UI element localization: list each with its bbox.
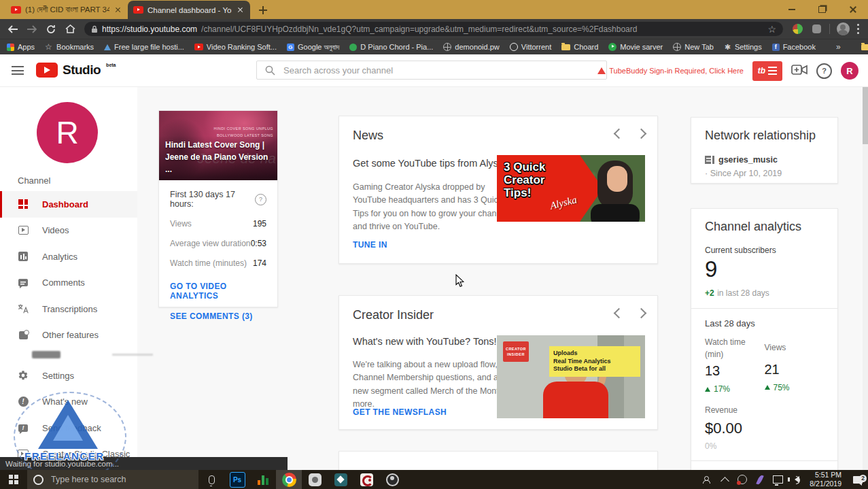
sidebar-item-settings[interactable]: Settings <box>0 362 137 389</box>
bookmark-file-hosting[interactable]: Free large file hosti... <box>104 43 184 51</box>
taskbar-clock[interactable]: 5:51 PM 8/21/2019 <box>805 471 846 488</box>
browser-tab-2-active[interactable]: Channel dashboard - YouTube St <box>128 1 250 19</box>
help-icon[interactable]: ? <box>816 63 832 79</box>
microphone-icon[interactable] <box>198 470 224 489</box>
prev-arrow-icon[interactable] <box>614 308 625 319</box>
bookmark-google-translate[interactable]: GGoogle অনুবাদ <box>287 43 339 52</box>
sidebar-item-label: Send feedback <box>42 423 101 433</box>
url-bar[interactable]: https://studio.youtube.com /channel/UCF8… <box>84 22 783 36</box>
create-video-icon[interactable] <box>791 65 808 78</box>
news-thumbnail[interactable]: 3 Quick Creator Tips! Alyska <box>497 155 645 222</box>
extension-icon[interactable] <box>808 21 825 37</box>
get-the-newsflash-link[interactable]: GET THE NEWSFLASH <box>353 407 447 417</box>
taskbar-search[interactable] <box>27 470 198 489</box>
tray-feather-icon[interactable] <box>752 475 768 485</box>
chrome-menu-icon[interactable] <box>857 24 860 35</box>
channel-search-box[interactable] <box>256 61 607 80</box>
idm-extension-icon[interactable] <box>788 21 806 37</box>
cubase-app-icon[interactable] <box>353 470 379 489</box>
scrollbar-thumb[interactable] <box>863 87 868 144</box>
tab-title: (1) দেশী CID বাংলা PART 34 | The <box>25 5 109 14</box>
views-label: Views <box>765 337 824 354</box>
sidebar-item-label: Transcriptions <box>42 304 97 314</box>
bookmark-bookmarks[interactable]: ☆Bookmarks <box>45 43 94 52</box>
sidebar-item-label: What's new <box>42 397 88 407</box>
bookmark-facebook[interactable]: fFacebook <box>772 43 816 51</box>
bookmark-vittorrent[interactable]: Vittorrent <box>510 43 551 51</box>
sidebar-item-videos[interactable]: Videos <box>0 218 137 244</box>
next-arrow-icon[interactable] <box>636 308 647 319</box>
tubebuddy-menu-icon <box>768 67 777 75</box>
bookmark-choard[interactable]: Choard <box>561 43 598 51</box>
minimize-button[interactable] <box>776 0 807 19</box>
prev-arrow-icon[interactable] <box>614 129 625 139</box>
people-icon[interactable] <box>699 476 715 483</box>
tubebuddy-warning[interactable]: TubeBuddy Sign-in Required, Click Here <box>597 67 744 75</box>
insider-thumbnail[interactable]: CREATORINSIDER Uploads Real Time Analyti… <box>497 335 645 418</box>
sidebar-item-whats-new[interactable]: ! What's new <box>0 389 137 416</box>
video-stats: First 130 days 17 hours: ? Views195 Aver… <box>159 180 277 268</box>
avatar-letter: R <box>56 114 78 151</box>
chrome-app-icon[interactable] <box>276 470 302 489</box>
action-center-icon[interactable]: 2 <box>848 476 868 484</box>
obs-app-icon[interactable] <box>379 470 405 489</box>
bookmarks-bar: Apps ☆Bookmarks Free large file hosti...… <box>0 39 868 54</box>
channel-avatar[interactable]: R <box>37 102 98 163</box>
bookmark-settings[interactable]: ✱Settings <box>724 43 762 51</box>
next-arrow-icon[interactable] <box>636 129 647 139</box>
see-comments-link[interactable]: SEE COMMENTS (3) <box>170 311 266 321</box>
network-icon[interactable] <box>769 475 786 484</box>
browser-tab-1[interactable]: (1) দেশী CID বাংলা PART 34 | The <box>5 1 128 19</box>
tab-title: Channel dashboard - YouTube St <box>147 6 232 14</box>
search-input[interactable] <box>282 65 598 76</box>
sidebar-item-send-feedback[interactable]: ! Send feedback <box>0 415 137 441</box>
sidebar-item-other-features[interactable]: Other features <box>0 322 137 349</box>
help-icon[interactable]: ? <box>255 194 266 205</box>
other-bookmarks[interactable]: Other bookmarks <box>861 43 868 51</box>
profile-avatar-icon[interactable] <box>834 21 852 37</box>
volume-icon[interactable] <box>787 476 803 483</box>
tray-globe-icon[interactable] <box>734 475 750 484</box>
tune-in-link[interactable]: TUNE IN <box>353 240 387 250</box>
bookmark-apps[interactable]: Apps <box>7 43 35 51</box>
reload-button[interactable] <box>42 21 60 37</box>
hamburger-menu-icon[interactable] <box>12 66 24 75</box>
app-icon-1[interactable] <box>302 470 328 489</box>
tubebuddy-button[interactable]: tb <box>752 61 782 81</box>
forward-button[interactable] <box>23 21 41 37</box>
analytics-app-icon[interactable] <box>250 470 276 489</box>
restore-button[interactable] <box>807 0 837 19</box>
photoshop-app-icon[interactable]: Ps <box>224 470 250 489</box>
bookmark-new-tab[interactable]: New Tab <box>673 43 714 51</box>
taskbar-search-input[interactable] <box>50 474 192 485</box>
bookmark-piano-chord[interactable]: D Piano Chord - Pia... <box>349 43 433 51</box>
avatar-letter: R <box>846 66 852 76</box>
close-button[interactable] <box>837 0 868 19</box>
tray-expand-icon[interactable] <box>716 475 733 484</box>
sidebar-item-label: Other features <box>42 330 99 340</box>
new-tab-button[interactable] <box>254 1 272 19</box>
account-avatar[interactable]: R <box>841 62 858 80</box>
bookmark-star-icon[interactable]: ☆ <box>767 24 776 34</box>
up-arrow-icon <box>765 385 770 390</box>
tab-close-icon[interactable] <box>236 5 245 14</box>
home-button[interactable] <box>61 21 79 37</box>
start-button[interactable] <box>0 470 27 489</box>
back-button[interactable] <box>4 21 22 37</box>
sidebar-item-label: Comments <box>42 277 85 288</box>
bookmark-video-ranking[interactable]: Video Ranking Soft... <box>194 43 277 51</box>
bookmark-demonoid[interactable]: demonoid.pw <box>443 43 499 51</box>
tab-close-icon[interactable] <box>114 5 122 14</box>
sidebar-item-transcriptions[interactable]: Transcriptions <box>0 296 137 322</box>
video-thumbnail[interactable]: HINDI COVER SONG UNPLUG BOLLYWOOD LATEST… <box>159 111 277 180</box>
stat-row: Watch time (minutes)174 <box>170 258 266 268</box>
app-icon-2[interactable] <box>328 470 353 489</box>
scrollbar[interactable] <box>863 87 868 470</box>
sidebar-item-dashboard[interactable]: Dashboard <box>0 191 137 218</box>
bookmark-movie-server[interactable]: Movie sarver <box>608 43 663 51</box>
sidebar-item-analytics[interactable]: Analytics <box>0 243 137 270</box>
bookmarks-overflow-icon[interactable]: » <box>836 42 841 52</box>
youtube-studio-logo[interactable]: Studio beta <box>36 63 116 78</box>
sidebar-item-comments[interactable]: Comments <box>0 270 137 297</box>
go-to-video-analytics-link[interactable]: GO TO VIDEO ANALYTICS <box>170 282 266 301</box>
